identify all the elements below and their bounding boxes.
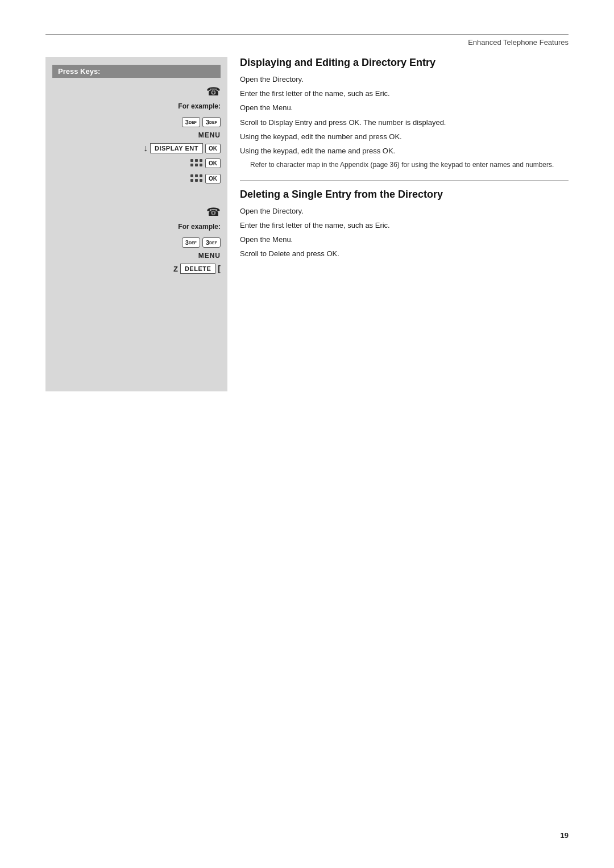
section1-note: Refer to character map in the Appendix (… (240, 160, 569, 170)
section2-instr-1: Open the Directory. (240, 206, 569, 216)
press-keys-label: Press Keys: (58, 67, 100, 76)
page-header: Enhanced Telephone Features (45, 34, 569, 47)
section1-instr-2: Enter the first letter of the name, such… (240, 89, 569, 99)
section1-instr-1: Open the Directory. (240, 74, 569, 85)
section1-instr-3: Open the Menu. (240, 103, 569, 113)
left-panel: Press Keys: ☎ For example: 3DEF 3DEF MEN… (45, 57, 227, 391)
section2-text-4: Scroll to Delete and press OK. (240, 249, 339, 259)
section2-3def-row: 3DEF 3DEF (52, 237, 221, 248)
section1-text-5: Using the keypad, edit the number and pr… (240, 132, 402, 142)
section1-text-4: Scroll to Display Entry and press OK. Th… (240, 118, 446, 128)
section1-instr-5: Using the keypad, edit the number and pr… (240, 132, 569, 142)
key-3def-1: 3DEF (182, 117, 200, 127)
section2-phone-key-row: ☎ (52, 205, 221, 219)
page: Enhanced Telephone Features Press Keys: … (0, 0, 614, 868)
key-3def-2: 3DEF (202, 117, 221, 127)
section1-for-example-row: For example: (52, 102, 221, 113)
section1-display-ent-row: ↓ DISPLAY ENT OK (52, 143, 221, 153)
for-example-label-2: For example: (178, 223, 221, 231)
section2-title: Deleting a Single Entry from the Directo… (240, 189, 569, 201)
ok-box-3: OK (205, 174, 221, 183)
section1-text-6: Using the keypad, edit the name and pres… (240, 146, 395, 156)
section2-menu-row: MENU (52, 252, 221, 260)
ok-box-2: OK (205, 158, 221, 168)
section2-instr-2: Enter the first letter of the name, such… (240, 220, 569, 231)
menu-label-1: MENU (198, 131, 221, 139)
section1-keypad-ok2-row: OK (52, 173, 221, 184)
section2-instr-3: Open the Menu. (240, 235, 569, 245)
section1-phone-key-row: ☎ (52, 85, 221, 98)
section-divider (240, 180, 569, 181)
page-number: 19 (561, 831, 569, 840)
section2-for-example-row: For example: (52, 223, 221, 233)
key-3def-4: 3DEF (202, 237, 221, 248)
for-example-label-1: For example: (178, 102, 221, 110)
section1-title: Displaying and Editing a Directory Entry (240, 57, 569, 69)
keypad-icon-2 (182, 173, 203, 184)
keypad-icon-1 (182, 157, 203, 169)
z-label: Z (173, 265, 178, 273)
section1-text-2: Enter the first letter of the name, such… (240, 89, 390, 99)
section1-keypad-ok1-row: OK (52, 157, 221, 169)
menu-label-2: MENU (198, 252, 221, 260)
content-area: Press Keys: ☎ For example: 3DEF 3DEF MEN… (45, 57, 569, 391)
section2-text-2: Enter the first letter of the name, such… (240, 220, 390, 231)
section2-delete-row: Z DELETE [ (52, 264, 221, 274)
right-panel: Displaying and Editing a Directory Entry… (227, 57, 569, 391)
section2-text-3: Open the Menu. (240, 235, 293, 245)
bracket: [ (218, 264, 221, 273)
press-keys-header: Press Keys: (52, 65, 221, 78)
section2-instr-4: Scroll to Delete and press OK. (240, 249, 569, 259)
arrow-down-1: ↓ (143, 143, 148, 153)
section1-instr-4: Scroll to Display Entry and press OK. Th… (240, 118, 569, 128)
section1-text-3: Open the Menu. (240, 103, 293, 113)
delete-box: DELETE (180, 264, 215, 274)
phone-icon-2: ☎ (206, 205, 221, 219)
section1-3def-row: 3DEF 3DEF (52, 117, 221, 127)
display-ent-box: DISPLAY ENT (150, 143, 203, 153)
section1-instr-6: Using the keypad, edit the name and pres… (240, 146, 569, 156)
phone-icon-1: ☎ (206, 85, 221, 98)
section1-menu-row: MENU (52, 131, 221, 139)
section2-text-1: Open the Directory. (240, 206, 304, 216)
section1-text-1: Open the Directory. (240, 74, 304, 85)
key-3def-3: 3DEF (182, 237, 200, 248)
ok-box-1: OK (205, 144, 221, 153)
header-title: Enhanced Telephone Features (468, 38, 569, 47)
